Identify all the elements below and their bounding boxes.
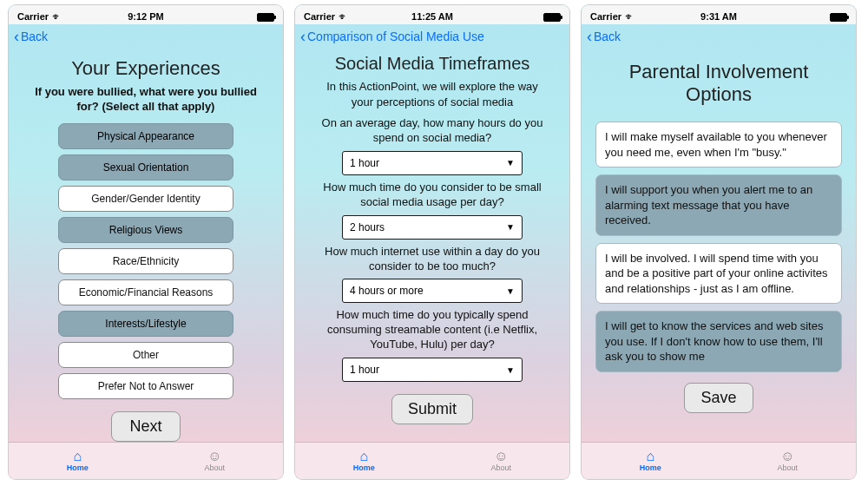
tab-home-label: Home — [353, 463, 375, 472]
battery-icon — [778, 11, 847, 22]
chevron-down-icon: ▼ — [506, 365, 515, 375]
person-icon: ☺ — [780, 450, 794, 463]
carrier-label: Carrier — [304, 11, 335, 22]
option-race-ethnicity[interactable]: Race/Ethnicity — [58, 248, 233, 274]
tab-bar: ⌂Home ☺About — [582, 442, 856, 479]
carrier-label: Carrier — [17, 11, 49, 22]
option-support-alert[interactable]: I will support you when you alert me to … — [595, 174, 842, 236]
tab-home[interactable]: ⌂Home — [640, 450, 661, 472]
question-prompt: If you were bullied, what were you bulli… — [31, 85, 260, 115]
tab-about-label: About — [778, 463, 799, 472]
status-bar: Carrierᯤ 9:31 AM — [582, 5, 856, 24]
status-bar: Carrierᯤ 9:12 PM — [9, 5, 283, 24]
page-title: Parental Involvement Options — [597, 61, 840, 106]
select-hours-average[interactable]: 1 hour▼ — [342, 151, 523, 175]
next-button[interactable]: Next — [111, 411, 181, 442]
nav-back[interactable]: ‹ Back — [9, 24, 283, 49]
home-icon: ⌂ — [74, 450, 82, 463]
option-religious-views[interactable]: Religious Views — [58, 217, 233, 243]
select-too-much[interactable]: 4 hours or more▼ — [342, 279, 523, 303]
option-prefer-not[interactable]: Prefer Not to Answer — [58, 373, 233, 399]
person-icon: ☺ — [207, 450, 221, 463]
back-label: Back — [21, 30, 48, 43]
question-text: How much internet use within a day do yo… — [312, 245, 552, 274]
tab-about[interactable]: ☺About — [778, 450, 799, 472]
battery-icon — [205, 11, 274, 22]
wifi-icon: ᯤ — [52, 11, 62, 22]
option-physical-appearance[interactable]: Physical Appearance — [58, 123, 233, 149]
card-list: I will make myself available to you when… — [595, 122, 842, 372]
select-streaming[interactable]: 1 hour▼ — [342, 358, 523, 382]
question-1: On an average day, how many hours do you… — [312, 116, 552, 175]
question-4: How much time do you typically spend con… — [312, 308, 552, 382]
question-text: How much time do you consider to be smal… — [312, 181, 552, 210]
intro-text: In this ActionPoint, we will explore the… — [318, 79, 547, 109]
chevron-down-icon: ▼ — [506, 222, 515, 232]
tab-home[interactable]: ⌂Home — [353, 450, 375, 472]
chevron-left-icon: ‹ — [14, 28, 19, 46]
home-icon: ⌂ — [647, 450, 655, 463]
screen-experiences: Carrierᯤ 9:12 PM ‹ Back Your Experiences… — [9, 5, 283, 479]
clock: 9:12 PM — [111, 11, 181, 22]
select-value: 4 hours or more — [350, 285, 424, 297]
select-value: 1 hour — [350, 157, 379, 169]
option-other[interactable]: Other — [58, 342, 233, 368]
nav-back[interactable]: ‹ Back — [582, 24, 856, 49]
chevron-left-icon: ‹ — [587, 28, 592, 46]
option-list: Physical Appearance Sexual Orientation G… — [9, 123, 283, 399]
chevron-down-icon: ▼ — [506, 286, 515, 296]
carrier-label: Carrier — [590, 11, 621, 22]
home-icon: ⌂ — [360, 450, 369, 463]
tab-about[interactable]: ☺About — [205, 450, 226, 472]
question-text: On an average day, how many hours do you… — [312, 116, 552, 146]
clock: 11:25 AM — [398, 11, 467, 22]
option-gender-identity[interactable]: Gender/Gender Identity — [58, 186, 233, 212]
option-economic[interactable]: Economic/Financial Reasons — [58, 279, 233, 305]
battery-icon — [491, 11, 561, 22]
tab-home[interactable]: ⌂Home — [67, 450, 89, 472]
back-label: Back — [594, 30, 621, 43]
page-title: Social Media Timeframes — [311, 54, 554, 74]
option-learn-services[interactable]: I will get to know the services and web … — [595, 311, 842, 372]
page-title: Your Experiences — [24, 57, 267, 80]
option-interests[interactable]: Interests/Lifestyle — [58, 311, 233, 337]
question-text: How much time do you typically spend con… — [312, 308, 552, 352]
chevron-down-icon: ▼ — [506, 158, 515, 167]
submit-button[interactable]: Submit — [391, 394, 473, 424]
option-be-involved[interactable]: I will be involved. I will spend time wi… — [595, 243, 842, 305]
nav-back[interactable]: ‹ Comparison of Social Media Use — [295, 24, 569, 49]
question-3: How much internet use within a day do yo… — [312, 245, 552, 304]
wifi-icon: ᯤ — [339, 11, 348, 22]
option-sexual-orientation[interactable]: Sexual Orientation — [58, 154, 233, 181]
select-small-usage[interactable]: 2 hours▼ — [342, 215, 523, 240]
back-label: Comparison of Social Media Use — [307, 30, 484, 43]
tab-about-label: About — [491, 463, 512, 472]
clock: 9:31 AM — [684, 11, 753, 22]
tab-home-label: Home — [67, 463, 89, 472]
option-available[interactable]: I will make myself available to you when… — [595, 122, 842, 167]
screen-timeframes: Carrierᯤ 11:25 AM ‹ Comparison of Social… — [295, 5, 569, 479]
tab-bar: ⌂Home ☺About — [295, 442, 569, 479]
wifi-icon: ᯤ — [625, 11, 635, 22]
tab-bar: ⌂Home ☺About — [9, 442, 283, 479]
status-bar: Carrierᯤ 11:25 AM — [295, 5, 569, 24]
tab-home-label: Home — [640, 463, 661, 472]
select-value: 1 hour — [350, 364, 379, 376]
save-button[interactable]: Save — [684, 383, 753, 413]
select-value: 2 hours — [350, 221, 385, 233]
chevron-left-icon: ‹ — [300, 28, 306, 46]
screen-parental-options: Carrierᯤ 9:31 AM ‹ Back Parental Involve… — [582, 5, 856, 479]
question-2: How much time do you consider to be smal… — [312, 181, 552, 240]
person-icon: ☺ — [494, 450, 508, 463]
tab-about[interactable]: ☺About — [491, 450, 512, 472]
tab-about-label: About — [205, 463, 226, 472]
